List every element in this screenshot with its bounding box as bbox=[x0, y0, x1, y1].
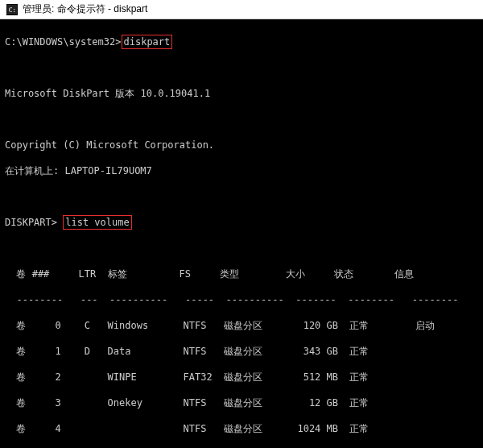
vol-divider: -------- --- ---------- ----- ----------… bbox=[5, 293, 478, 306]
cmd-icon: C: bbox=[6, 4, 18, 15]
window-titlebar[interactable]: C: 管理员: 命令提示符 - diskpart bbox=[0, 0, 483, 19]
vol-row: 卷 2 WINPE FAT32 磁盘分区 512 MB 正常 bbox=[5, 371, 478, 384]
svg-text:C:: C: bbox=[9, 6, 16, 13]
path-prompt: C:\WINDOWS\system32> bbox=[5, 36, 122, 48]
vol-row: 卷 4 NTFS 磁盘分区 1024 MB 正常 bbox=[5, 422, 478, 435]
copyright-line: Copyright (C) Microsoft Corporation. bbox=[5, 139, 478, 151]
dp-prompt: DISKPART> bbox=[5, 217, 63, 228]
vol-row: 卷 3 Onekey NTFS 磁盘分区 12 GB 正常 bbox=[5, 396, 478, 409]
prompt-line: C:\WINDOWS\system32>diskpart bbox=[5, 35, 478, 48]
dp-line: DISKPART> list volume bbox=[5, 216, 478, 229]
blank-line bbox=[5, 61, 478, 74]
cmd-diskpart: diskpart bbox=[122, 35, 173, 49]
blank-line bbox=[5, 190, 478, 203]
cmd-list-volume: list volume bbox=[63, 215, 131, 230]
window-title: 管理员: 命令提示符 - diskpart bbox=[23, 2, 147, 16]
blank-line bbox=[5, 113, 478, 126]
vol-row: 卷 1 D Data NTFS 磁盘分区 343 GB 正常 bbox=[5, 345, 478, 358]
computer-line: 在计算机上: LAPTOP-IL79UOM7 bbox=[5, 164, 478, 177]
terminal-output[interactable]: C:\WINDOWS\system32>diskpart Microsoft D… bbox=[0, 19, 483, 448]
vol-row: 卷 0 C Windows NTFS 磁盘分区 120 GB 正常 启动 bbox=[5, 319, 478, 332]
version-line: Microsoft DiskPart 版本 10.0.19041.1 bbox=[5, 87, 478, 100]
vol-header: 卷 ### LTR 标签 FS 类型 大小 状态 信息 bbox=[5, 268, 478, 280]
blank-line bbox=[5, 242, 478, 255]
